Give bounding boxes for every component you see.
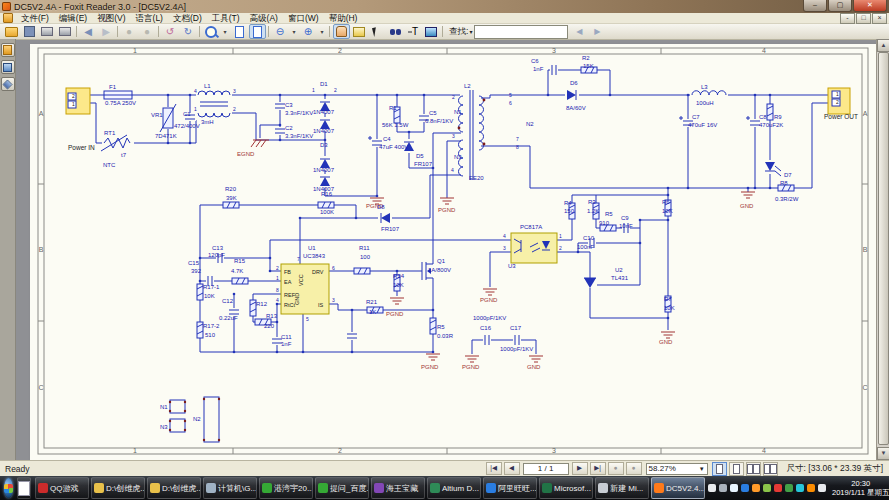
zoom-tool-button[interactable] — [203, 24, 220, 39]
antivirus-icon[interactable] — [763, 484, 771, 492]
fit-page-button[interactable] — [249, 24, 266, 39]
menu-item-5[interactable]: 工具(T) — [207, 13, 245, 23]
taskbar-item-5[interactable]: 提问_百度... — [315, 477, 369, 499]
network-icon[interactable] — [807, 484, 815, 492]
schematic-label: R21 — [366, 299, 378, 305]
taskbar-item-8[interactable]: 阿里旺旺... — [483, 477, 537, 499]
schematic-label: 3 — [233, 88, 236, 94]
start-button[interactable] — [4, 478, 13, 498]
taskbar-item-9[interactable]: Microsof... — [539, 477, 593, 499]
schematic-label: 10K — [662, 208, 673, 214]
bookmarks-icon[interactable] — [1, 43, 15, 57]
find-previous-button[interactable]: ◀ — [571, 24, 588, 39]
next-view-button[interactable]: ● — [626, 462, 642, 475]
menu-item-7[interactable]: 窗口(W) — [283, 13, 324, 23]
download-icon[interactable] — [774, 484, 782, 492]
previous-page-button[interactable]: ◀ — [504, 462, 520, 475]
zoom-in-button[interactable]: ⊕ — [300, 24, 317, 39]
mask — [483, 335, 491, 346]
taskbar-item-7[interactable]: Altium D... — [427, 477, 481, 499]
find-input[interactable] — [474, 25, 568, 39]
pinned-item[interactable] — [17, 477, 31, 499]
junction-dot — [299, 217, 302, 220]
fit-width-button[interactable] — [231, 24, 248, 39]
zoom-out-dropdown[interactable]: ▾ — [290, 24, 299, 39]
zoom-in-dropdown[interactable]: ▾ — [318, 24, 327, 39]
chat-icon[interactable] — [785, 484, 793, 492]
junction-dot — [769, 94, 772, 97]
continuous-view-button[interactable] — [729, 462, 744, 476]
zoom-level-dropdown[interactable]: 58.27% ▼ — [646, 463, 708, 475]
text-select-button[interactable]: T — [405, 24, 422, 39]
next-page-button[interactable]: ● — [139, 24, 156, 39]
print-button[interactable] — [39, 24, 56, 39]
taskbar-item-6[interactable]: 海王宝藏 — [371, 477, 425, 499]
show-hidden-icon[interactable] — [719, 484, 727, 492]
continuous-facing-view-button[interactable] — [763, 462, 778, 476]
save-button[interactable] — [21, 24, 38, 39]
rotate-right-button[interactable]: ↻ — [180, 24, 197, 39]
taskbar-item-label: QQ游戏 — [50, 483, 78, 494]
hand-tool-button[interactable] — [333, 24, 350, 39]
previous-page-button[interactable]: ● — [121, 24, 138, 39]
find-button[interactable] — [387, 24, 404, 39]
junction-dot — [302, 351, 305, 354]
menu-item-2[interactable]: 视图(V) — [92, 13, 130, 23]
weather-icon[interactable] — [752, 484, 760, 492]
taskbar-item-10[interactable]: 新建 Mi... — [595, 477, 649, 499]
layers-icon[interactable] — [1, 77, 15, 91]
taskbar-item-4[interactable]: 港湾宇20... — [259, 477, 313, 499]
menu-item-4[interactable]: 文档(D) — [168, 13, 207, 23]
menu-item-6[interactable]: 高级(A) — [245, 13, 283, 23]
taskbar-item-3[interactable]: 计算机\G... — [203, 477, 257, 499]
update-icon[interactable] — [796, 484, 804, 492]
junction-dot — [432, 167, 435, 170]
find-next-button[interactable]: ▶ — [589, 24, 606, 39]
facing-view-button[interactable] — [746, 462, 761, 476]
zoom-tool-dropdown[interactable]: ▾ — [221, 24, 230, 39]
zoom-out-button[interactable]: ⊖ — [272, 24, 289, 39]
next-view-button[interactable]: ▶ — [98, 24, 115, 39]
menu-item-3[interactable]: 语言(L) — [131, 13, 168, 23]
taskbar-item-1[interactable]: D:\创维虎... — [91, 477, 145, 499]
menu-item-8[interactable]: 帮助(H) — [324, 13, 363, 23]
minimize-button[interactable]: – — [803, 0, 827, 12]
menu-item-1[interactable]: 编辑(E) — [54, 13, 92, 23]
app-icon — [598, 483, 608, 493]
taskbar-item-2[interactable]: D:\创维虎... — [147, 477, 201, 499]
schematic-label: C8 — [759, 114, 767, 120]
mdi-close-button[interactable]: × — [872, 13, 887, 24]
schematic-label: R2 — [582, 55, 590, 61]
next-page-button[interactable]: ▶ — [572, 462, 588, 475]
taskbar-item-11[interactable]: DC5V2.4... — [651, 477, 705, 499]
schematic-label: 2 — [276, 265, 279, 271]
junction-dot — [269, 257, 272, 260]
open-button[interactable] — [3, 24, 20, 39]
schematic-label: UC3843 — [303, 253, 326, 259]
image-tool-button[interactable] — [423, 24, 440, 39]
last-page-button[interactable]: ▶| — [590, 462, 606, 475]
select-tool-button[interactable] — [369, 24, 386, 39]
im-icon[interactable] — [741, 484, 749, 492]
page-number-field[interactable]: 1 / 1 — [523, 463, 569, 475]
schematic-label: GND — [659, 339, 673, 345]
volume-icon[interactable] — [818, 484, 826, 492]
previous-view-button[interactable]: ◀ — [80, 24, 97, 39]
pages-icon[interactable] — [1, 60, 15, 74]
find-dropdown-icon[interactable]: ▾ — [469, 28, 472, 35]
snapshot-button[interactable] — [351, 24, 368, 39]
menu-item-0[interactable]: 文件(F) — [16, 13, 54, 23]
previous-view-button[interactable]: ● — [608, 462, 624, 475]
wifi-icon[interactable] — [730, 484, 738, 492]
first-page-button[interactable]: |◀ — [486, 462, 502, 475]
single-page-view-button[interactable] — [712, 462, 727, 476]
input-indicator-icon[interactable] — [708, 484, 716, 492]
mdi-restore-button[interactable]: □ — [856, 13, 871, 24]
maximize-button[interactable]: ▢ — [828, 0, 852, 12]
print-preview-button[interactable] — [57, 24, 74, 39]
mdi-minimize-button[interactable]: - — [840, 13, 855, 24]
taskbar-clock[interactable]: 20:30 2019/1/11 星期五 — [832, 479, 889, 497]
rotate-left-button[interactable]: ↺ — [162, 24, 179, 39]
taskbar-item-0[interactable]: QQ游戏 — [35, 477, 89, 499]
close-button[interactable]: ✕ — [853, 0, 887, 12]
